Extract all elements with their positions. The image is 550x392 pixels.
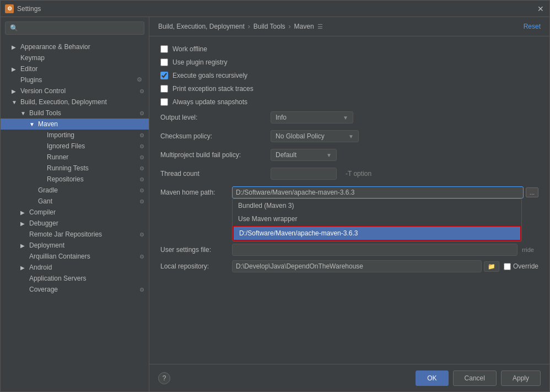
arrow-icon: ▼ [12,99,18,105]
sidebar-item-maven[interactable]: ▼ Maven [1,119,149,130]
gear-icon: ⚙ [139,143,144,149]
checksum-policy-label: Checksum policy: [160,132,271,140]
dropdown-item-wrapper[interactable]: Use Maven wrapper [233,212,521,225]
arrow-icon: ▶ [20,265,27,271]
user-settings-label: User settings file: [160,246,232,254]
maven-home-path-label: Maven home path: [160,189,232,196]
user-settings-input[interactable] [232,244,517,256]
sidebar-item-label: Build, Execution, Deployment [20,98,107,106]
search-icon: 🔍 [10,24,18,32]
sidebar-item-label: Plugins [20,76,42,84]
sidebar-item-deployment[interactable]: ▶ Deployment [1,240,149,251]
maven-home-path-input[interactable] [232,186,524,198]
gear-icon: ⚙ [139,154,144,160]
output-level-select[interactable]: Info ▼ [271,111,353,123]
local-repo-override-checkbox[interactable] [504,263,511,270]
sidebar-item-coverage[interactable]: Coverage ⚙ [1,284,149,295]
close-button[interactable]: ✕ [536,4,545,13]
sidebar-item-ignored-files[interactable]: Ignored Files ⚙ [1,141,149,152]
ok-button[interactable]: OK [416,370,448,386]
search-box[interactable]: 🔍 [5,22,144,35]
arrow-icon: ▶ [12,88,18,94]
gear-icon: ⚙ [139,287,144,293]
gear-icon: ⚙ [139,132,144,138]
thread-count-control: -T option [271,168,538,180]
reset-button[interactable]: Reset [524,23,541,30]
maven-home-path-row: Maven home path: ... [160,186,538,198]
sidebar-item-arquillian[interactable]: Arquillian Containers ⚙ [1,251,149,262]
dropdown-item-custom[interactable]: D:/Software/Maven/apache-maven-3.6.3 [233,225,521,241]
arrow-icon: ▶ [12,66,18,72]
output-level-label: Output level: [160,114,271,121]
content-area: 🔍 ▶ Appearance & Behavior Keymap ▶ Edit [1,17,549,391]
multiproject-select[interactable]: Default ▼ [271,149,337,161]
thread-count-input[interactable] [271,168,337,180]
cancel-button[interactable]: Cancel [453,370,497,386]
chevron-down-icon: ▼ [326,152,332,158]
browse-button[interactable]: ... [526,187,538,197]
local-repo-override: Override [504,262,538,270]
search-input[interactable] [21,24,139,32]
gear-icon: ⚙ [139,165,144,171]
arrow-icon: ▶ [20,243,27,249]
sidebar-item-keymap[interactable]: Keymap [1,52,149,63]
local-repo-override-label: Override [513,262,538,270]
sidebar-item-appearance[interactable]: ▶ Appearance & Behavior [1,41,149,52]
always-update-row: Always update snapshots [160,98,538,106]
sidebar-item-android[interactable]: ▶ Android [1,262,149,273]
dropdown-item-bundled[interactable]: Bundled (Maven 3) [233,199,521,212]
help-button[interactable]: ? [158,372,170,384]
print-exception-row: Print exception stack traces [160,85,538,93]
print-exception-checkbox[interactable] [160,85,168,93]
sidebar-item-build-exec[interactable]: ▼ Build, Execution, Deployment [1,96,149,108]
sidebar-item-label: Build Tools [29,109,61,117]
sidebar-item-debugger[interactable]: ▶ Debugger [1,218,149,229]
thread-count-label: Thread count [160,170,271,178]
always-update-label: Always update snapshots [172,98,247,106]
arrow-icon: ▼ [29,121,36,127]
work-offline-label: Work offline [172,45,207,53]
breadcrumb-part2: Build Tools [254,23,285,30]
gear-icon: ⚙ [137,76,144,84]
apply-button[interactable]: Apply [501,370,541,386]
local-repo-input[interactable] [232,260,482,272]
sidebar-item-label: Deployment [29,241,64,249]
use-plugin-row: Use plugin registry [160,58,538,66]
sidebar-item-build-tools[interactable]: ▼ Build Tools ⚙ [1,108,149,119]
thread-count-row: Thread count -T option [160,168,538,180]
gear-icon: ⚙ [139,232,144,238]
work-offline-row: Work offline [160,45,538,53]
sidebar-item-label: Remote Jar Repositories [29,230,102,238]
maven-path-dropdown: Bundled (Maven 3) Use Maven wrapper D:/S… [232,198,522,241]
sidebar-item-compiler[interactable]: ▶ Compiler [1,207,149,218]
always-update-checkbox[interactable] [160,98,168,106]
main-content: Build, Execution, Deployment › Build Too… [149,17,549,391]
user-settings-override: rride [517,246,538,253]
work-offline-checkbox[interactable] [160,45,168,53]
checksum-policy-select[interactable]: No Global Policy ▼ [271,130,359,142]
use-plugin-checkbox[interactable] [160,58,168,66]
sidebar-item-editor[interactable]: ▶ Editor [1,63,149,74]
multiproject-value: Default [276,151,296,159]
sidebar-item-running-tests[interactable]: Running Tests ⚙ [1,163,149,174]
gear-icon: ⚙ [139,110,144,116]
chevron-down-icon: ▼ [348,133,354,139]
sidebar-item-version-control[interactable]: ▶ Version Control ⚙ [1,85,149,96]
sidebar-item-remote-jar[interactable]: Remote Jar Repositories ⚙ [1,229,149,240]
breadcrumb-arrow1: › [248,23,250,30]
multiproject-control: Default ▼ [271,149,538,161]
sidebar-item-runner[interactable]: Runner ⚙ [1,152,149,163]
sidebar-item-importing[interactable]: Importing ⚙ [1,130,149,141]
sidebar-item-gant[interactable]: Gant ⚙ [1,196,149,207]
sidebar-item-app-servers[interactable]: Application Servers [1,273,149,284]
sidebar-item-repositories[interactable]: Repositories ⚙ [1,174,149,185]
breadcrumb-icon: ☰ [317,23,323,30]
local-repo-browse-button[interactable]: 📁 [484,261,499,272]
execute-goals-checkbox[interactable] [160,72,168,79]
sidebar-item-label: Compiler [29,208,56,216]
sidebar-item-label: Importing [47,131,74,139]
sidebar-item-label: Editor [20,65,37,73]
breadcrumb-arrow2: › [289,23,291,30]
sidebar-item-gradle[interactable]: Gradle ⚙ [1,185,149,196]
sidebar-item-plugins[interactable]: Plugins ⚙ [1,74,149,85]
